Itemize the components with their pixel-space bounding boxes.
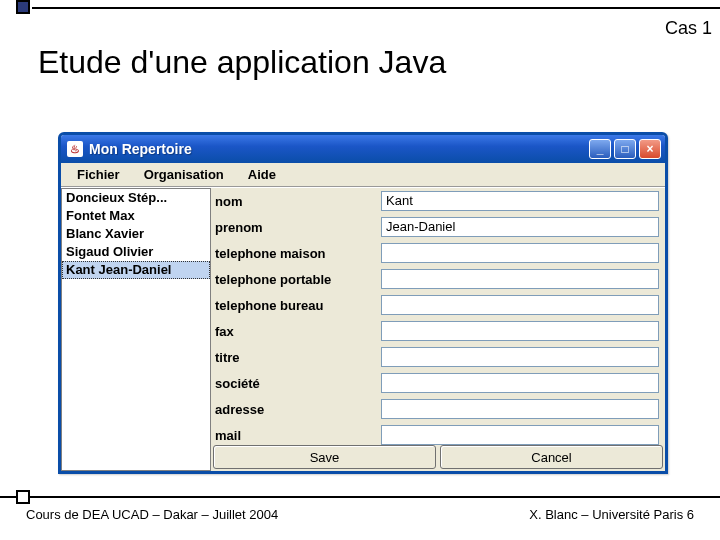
form-pane: nomKant prenomJean-Daniel telephone mais… — [211, 188, 665, 471]
field-label: adresse — [211, 402, 381, 417]
slide-deco-line — [32, 7, 720, 9]
field-label: telephone bureau — [211, 298, 381, 313]
field-label: société — [211, 376, 381, 391]
fax-input[interactable] — [381, 321, 659, 341]
slide-title: Etude d'une application Java — [38, 44, 446, 81]
menu-fichier[interactable]: Fichier — [65, 167, 132, 182]
contact-list[interactable]: Doncieux Stép... Fontet Max Blanc Xavier… — [61, 188, 211, 471]
field-label: telephone maison — [211, 246, 381, 261]
close-button[interactable]: × — [639, 139, 661, 159]
footer-right: X. Blanc – Université Paris 6 — [529, 507, 694, 522]
tel-maison-input[interactable] — [381, 243, 659, 263]
list-item[interactable]: Blanc Xavier — [62, 225, 210, 243]
list-item[interactable]: Sigaud Olivier — [62, 243, 210, 261]
societe-input[interactable] — [381, 373, 659, 393]
menu-organisation[interactable]: Organisation — [132, 167, 236, 182]
java-icon: ♨ — [67, 141, 83, 157]
footer-left: Cours de DEA UCAD – Dakar – Juillet 2004 — [26, 507, 278, 522]
save-button[interactable]: Save — [213, 445, 436, 469]
field-label: mail — [211, 428, 381, 443]
cancel-button[interactable]: Cancel — [440, 445, 663, 469]
maximize-button[interactable]: □ — [614, 139, 636, 159]
window-title: Mon Repertoire — [89, 141, 586, 157]
nom-input[interactable]: Kant — [381, 191, 659, 211]
field-label: prenom — [211, 220, 381, 235]
mail-input[interactable] — [381, 425, 659, 445]
minimize-button[interactable]: _ — [589, 139, 611, 159]
slide-deco-square — [16, 0, 30, 14]
slide-footer-line — [0, 496, 720, 498]
titre-input[interactable] — [381, 347, 659, 367]
cas-label: Cas 1 — [665, 18, 712, 39]
field-label: fax — [211, 324, 381, 339]
field-label: nom — [211, 194, 381, 209]
menu-bar: Fichier Organisation Aide — [61, 163, 665, 187]
title-bar[interactable]: ♨ Mon Repertoire _ □ × — [61, 135, 665, 163]
tel-bureau-input[interactable] — [381, 295, 659, 315]
tel-portable-input[interactable] — [381, 269, 659, 289]
prenom-input[interactable]: Jean-Daniel — [381, 217, 659, 237]
list-item[interactable]: Doncieux Stép... — [62, 189, 210, 207]
list-item[interactable]: Fontet Max — [62, 207, 210, 225]
list-item-selected[interactable]: Kant Jean-Daniel — [62, 261, 210, 279]
field-label: telephone portable — [211, 272, 381, 287]
adresse-input[interactable] — [381, 399, 659, 419]
menu-aide[interactable]: Aide — [236, 167, 288, 182]
slide-footer-square — [16, 490, 30, 504]
app-window: ♨ Mon Repertoire _ □ × Fichier Organisat… — [58, 132, 668, 474]
field-label: titre — [211, 350, 381, 365]
